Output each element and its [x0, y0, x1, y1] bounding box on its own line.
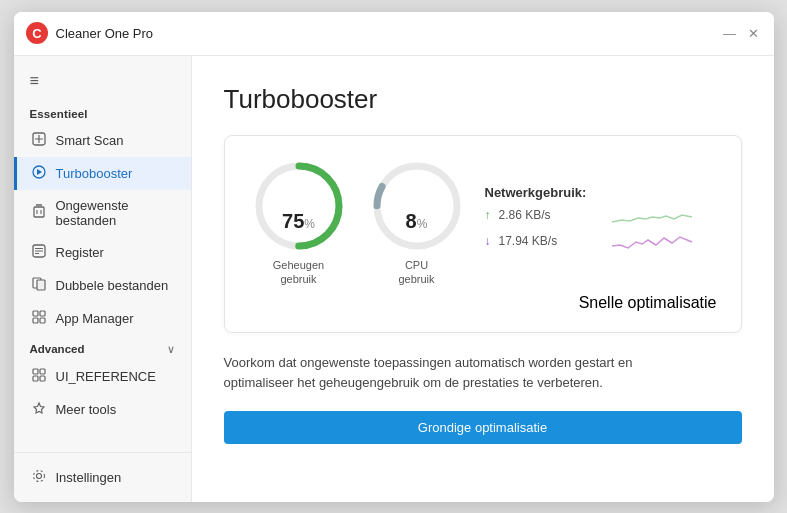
- quick-optimize-link[interactable]: Snelle optimalisatie: [249, 294, 717, 312]
- app-window: C Cleaner One Pro — ✕ ≡ Essentieel Smart…: [14, 12, 774, 502]
- cpu-gauge-text: 8%: [406, 209, 428, 232]
- turbobooster-icon: [30, 165, 48, 182]
- register-icon: [30, 244, 48, 261]
- svg-rect-19: [33, 318, 38, 323]
- smart-scan-icon: [30, 132, 48, 149]
- deep-optimize-button[interactable]: Grondige optimalisatie: [224, 411, 742, 444]
- register-label: Register: [56, 245, 175, 260]
- sidebar-item-app-manager[interactable]: App Manager: [14, 302, 191, 335]
- app-manager-icon: [30, 310, 48, 327]
- sidebar-item-meer-tools[interactable]: Meer tools: [14, 393, 191, 426]
- instellingen-label: Instellingen: [56, 470, 175, 485]
- ongewenste-icon: [30, 204, 48, 221]
- card-bottom: Snelle optimalisatie: [249, 294, 717, 312]
- sidebar-item-register[interactable]: Register: [14, 236, 191, 269]
- app-logo: C: [26, 22, 48, 44]
- close-button[interactable]: ✕: [746, 25, 762, 41]
- sidebar-footer: Instellingen: [14, 452, 191, 502]
- network-section: Netwerkgebruik: ↑ 2.86 KB/s ↓ 17.94 KB: [485, 185, 717, 256]
- memory-gauge: 75% Geheugen gebruik: [249, 156, 349, 287]
- upload-speed: 2.86 KB/s: [499, 208, 579, 222]
- svg-rect-24: [40, 376, 45, 381]
- window-controls: — ✕: [722, 25, 762, 41]
- page-title: Turbobooster: [224, 84, 742, 115]
- memory-label: Geheugen gebruik: [273, 258, 324, 287]
- sidebar-item-instellingen[interactable]: Instellingen: [14, 461, 191, 494]
- sidebar-item-ongewenste-bestanden[interactable]: Ongewenste bestanden: [14, 190, 191, 236]
- svg-point-29: [377, 166, 457, 246]
- download-speed: 17.94 KB/s: [499, 234, 579, 248]
- titlebar: C Cleaner One Pro — ✕: [14, 12, 774, 56]
- svg-rect-16: [37, 280, 45, 290]
- download-sparkline: [587, 230, 717, 252]
- sidebar-item-smart-scan[interactable]: Smart Scan: [14, 124, 191, 157]
- meer-tools-icon: [30, 401, 48, 418]
- memory-value: 75: [282, 209, 304, 231]
- settings-icon: [30, 469, 48, 486]
- stats-card-inner: 75% Geheugen gebruik: [249, 156, 717, 313]
- svg-point-25: [36, 473, 41, 478]
- svg-rect-20: [40, 318, 45, 323]
- upload-arrow-icon: ↑: [485, 208, 491, 222]
- dubbele-icon: [30, 277, 48, 294]
- svg-rect-18: [40, 311, 45, 316]
- advanced-chevron-icon: ∨: [167, 343, 175, 356]
- sidebar-item-dubbele-bestanden[interactable]: Dubbele bestanden: [14, 269, 191, 302]
- stats-card: 75% Geheugen gebruik: [224, 135, 742, 334]
- app-title: Cleaner One Pro: [56, 26, 722, 41]
- meer-tools-label: Meer tools: [56, 402, 175, 417]
- svg-marker-6: [37, 169, 42, 175]
- smart-scan-label: Smart Scan: [56, 133, 175, 148]
- cpu-value: 8: [406, 209, 417, 231]
- app-manager-label: App Manager: [56, 311, 175, 326]
- turbobooster-label: Turbobooster: [56, 166, 175, 181]
- gauges-row: 75% Geheugen gebruik: [249, 156, 717, 287]
- ongewenste-label: Ongewenste bestanden: [56, 198, 175, 228]
- cpu-gauge: 8% CPU gebruik: [367, 156, 467, 287]
- minimize-button[interactable]: —: [722, 25, 738, 41]
- hamburger-button[interactable]: ≡: [14, 64, 191, 102]
- content-area: ≡ Essentieel Smart Scan Turbobooster Ong…: [14, 56, 774, 502]
- sidebar-item-ui-reference[interactable]: UI_REFERENCE: [14, 360, 191, 393]
- upload-sparkline: [587, 204, 717, 226]
- sidebar-item-turbobooster[interactable]: Turbobooster: [14, 157, 191, 190]
- ui-reference-label: UI_REFERENCE: [56, 369, 175, 384]
- memory-unit: %: [304, 216, 315, 230]
- svg-rect-22: [40, 369, 45, 374]
- network-label: Netwerkgebruik:: [485, 185, 717, 200]
- svg-rect-7: [34, 207, 44, 217]
- upload-row: ↑ 2.86 KB/s: [485, 204, 717, 226]
- svg-rect-17: [33, 311, 38, 316]
- advanced-section-header[interactable]: Advanced ∨: [14, 335, 191, 360]
- section-essentieel-label: Essentieel: [14, 102, 191, 124]
- cpu-unit: %: [417, 216, 428, 230]
- svg-rect-23: [33, 376, 38, 381]
- svg-text:C: C: [32, 26, 42, 41]
- main-panel: Turbobooster 75%: [192, 56, 774, 502]
- sidebar: ≡ Essentieel Smart Scan Turbobooster Ong…: [14, 56, 192, 502]
- dubbele-label: Dubbele bestanden: [56, 278, 175, 293]
- memory-gauge-text: 75%: [282, 209, 315, 232]
- section-advanced-label: Advanced: [30, 343, 167, 355]
- download-row: ↓ 17.94 KB/s: [485, 230, 717, 252]
- ui-reference-icon: [30, 368, 48, 385]
- svg-point-26: [33, 470, 44, 481]
- svg-rect-21: [33, 369, 38, 374]
- description-text: Voorkom dat ongewenste toepassingen auto…: [224, 353, 704, 393]
- download-arrow-icon: ↓: [485, 234, 491, 248]
- cpu-label: CPU gebruik: [398, 258, 434, 287]
